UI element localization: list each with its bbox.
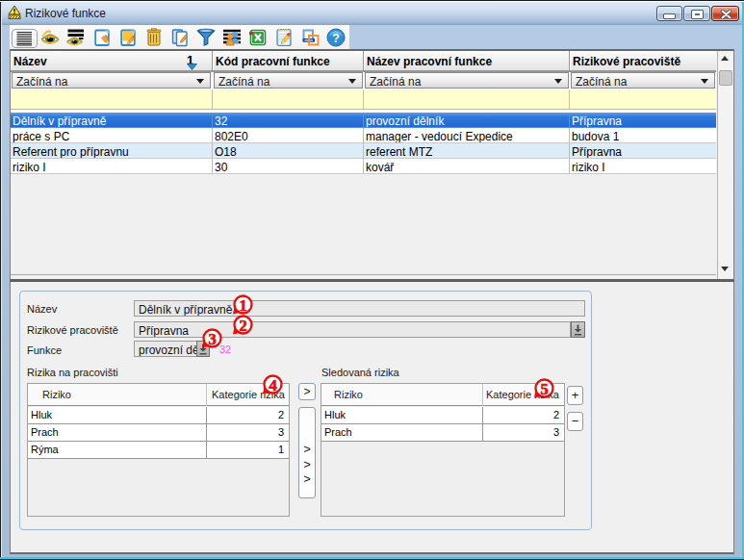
svg-text:3: 3 — [209, 330, 217, 348]
svg-text:4: 4 — [269, 375, 276, 394]
svg-text:?: ? — [332, 31, 340, 45]
svg-text:2: 2 — [240, 317, 247, 335]
svg-text:1: 1 — [240, 295, 247, 314]
svg-text:5: 5 — [540, 379, 548, 397]
